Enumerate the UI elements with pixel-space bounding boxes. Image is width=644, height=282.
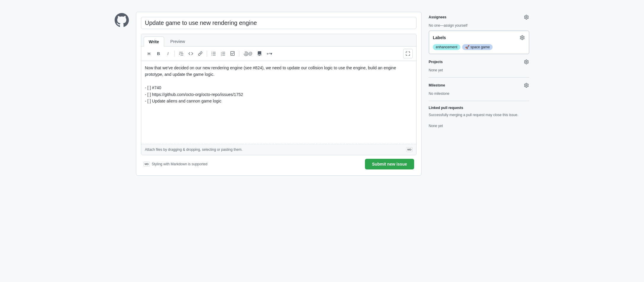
issue-form: Write Preview H B I: [136, 12, 422, 176]
issue-body-text: Now that we've decided on our new render…: [141, 61, 416, 144]
labels-header: Labels: [433, 35, 525, 41]
undo-button[interactable]: ↩▾: [265, 49, 274, 58]
ordered-list-button[interactable]: [219, 49, 227, 58]
markdown-hint-text: Styling with Markdown is supported: [152, 162, 207, 166]
milestone-gear-button[interactable]: [523, 82, 529, 88]
italic-button[interactable]: I: [164, 49, 172, 58]
milestone-header: Milestone: [429, 82, 529, 88]
sidebar-below: Projects None yet Milestone No milestone: [429, 54, 529, 138]
submit-issue-button[interactable]: Submit new issue: [365, 159, 414, 169]
mention-button[interactable]: @: [242, 49, 254, 58]
linked-prs-title: Linked pull requests: [429, 106, 463, 110]
form-footer: MD Styling with Markdown is supported Su…: [141, 155, 416, 171]
projects-header: Projects: [429, 59, 529, 65]
markdown-hint: MD Styling with Markdown is supported: [143, 162, 207, 166]
task-list-button[interactable]: [228, 49, 237, 58]
labels-panel: Labels enhancement 🚀 space game: [429, 31, 529, 54]
issue-title-input[interactable]: [141, 17, 416, 29]
assignees-header: Assignees: [429, 14, 529, 20]
labels-list: enhancement 🚀 space game: [433, 44, 525, 50]
reference-button[interactable]: [255, 49, 264, 58]
projects-section: Projects None yet: [429, 59, 529, 78]
write-tab[interactable]: Write: [144, 36, 164, 47]
assignees-section: Assignees No one—assign yourself: [429, 12, 529, 33]
bold-button[interactable]: B: [154, 49, 163, 58]
toolbar-divider-2: [207, 51, 207, 57]
sidebar: Assignees No one—assign yourself Labels …: [429, 12, 529, 176]
editor-container: Write Preview H B I: [141, 34, 416, 155]
milestone-value: No milestone: [429, 92, 449, 96]
label-space-game: 🚀 space game: [462, 44, 493, 50]
editor-toolbar: H B I: [141, 47, 416, 61]
projects-value: None yet: [429, 68, 443, 72]
code-button[interactable]: [187, 49, 195, 58]
attach-text: Attach files by dragging & dropping, sel…: [145, 148, 243, 152]
fullscreen-button[interactable]: [403, 49, 413, 58]
labels-title: Labels: [433, 35, 446, 40]
projects-title: Projects: [429, 60, 443, 64]
attach-markdown-icon: MD: [406, 147, 413, 152]
link-button[interactable]: [196, 49, 204, 58]
toolbar-divider-3: [239, 51, 239, 57]
linked-prs-value: None yet: [429, 124, 443, 128]
linked-prs-header: Linked pull requests: [429, 106, 529, 110]
linked-prs-description: Successfully merging a pull request may …: [429, 112, 529, 118]
assignees-value: No one—assign yourself: [429, 23, 467, 28]
assignees-title: Assignees: [429, 15, 446, 19]
toolbar-divider-1: [174, 51, 175, 57]
linked-prs-section: Linked pull requests Successfully mergin…: [429, 106, 529, 133]
markdown-hint-icon: MD: [143, 162, 150, 166]
attach-area[interactable]: Attach files by dragging & dropping, sel…: [141, 144, 416, 155]
unordered-list-button[interactable]: [209, 49, 218, 58]
quote-button[interactable]: [177, 49, 185, 58]
labels-gear-button[interactable]: [519, 35, 525, 41]
editor-tabs: Write Preview: [141, 34, 416, 47]
milestone-title: Milestone: [429, 83, 445, 87]
projects-gear-button[interactable]: [523, 59, 529, 65]
assignees-gear-button[interactable]: [523, 14, 529, 20]
preview-tab[interactable]: Preview: [165, 36, 190, 46]
milestone-section: Milestone No milestone: [429, 82, 529, 101]
heading-button[interactable]: H: [145, 49, 153, 58]
label-enhancement: enhancement: [433, 44, 460, 50]
github-logo: [115, 13, 129, 27]
